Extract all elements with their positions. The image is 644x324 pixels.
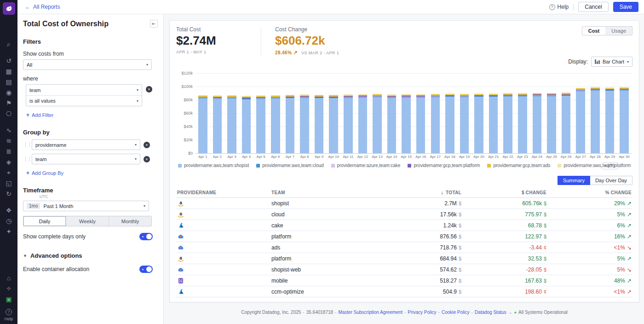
- bar[interactable]: [530, 73, 545, 153]
- legend-item[interactable]: providername:aws,team:shopist: [178, 163, 249, 168]
- help-link[interactable]: ? Help: [549, 4, 569, 10]
- dashboards-icon[interactable]: ▦: [0, 66, 17, 76]
- bar[interactable]: [312, 73, 327, 153]
- bar[interactable]: [457, 73, 472, 153]
- container-allocation-toggle[interactable]: [139, 266, 153, 273]
- column-header[interactable]: PROVIDERNAME: [176, 188, 270, 198]
- table-row[interactable]: mobile518.27$167.63$48%↗: [176, 275, 632, 286]
- bar[interactable]: [224, 73, 239, 153]
- bar[interactable]: [559, 73, 574, 153]
- footer-link[interactable]: Master Subscription Agreement: [338, 310, 402, 315]
- bar[interactable]: [399, 73, 414, 153]
- table-row[interactable]: platform876.56$122.97$16%↗: [176, 231, 632, 242]
- synthetics-icon[interactable]: ⌖: [0, 167, 17, 178]
- cancel-button[interactable]: Cancel: [578, 2, 608, 12]
- drag-handle-icon[interactable]: ⋮⋮: [23, 156, 29, 162]
- bar[interactable]: [414, 73, 428, 153]
- organization-icon[interactable]: ⌂: [0, 272, 17, 283]
- chart-type-select[interactable]: Bar Chart ▾: [591, 57, 632, 67]
- bar[interactable]: [573, 73, 588, 153]
- bar[interactable]: [443, 73, 457, 153]
- bar[interactable]: [617, 73, 632, 153]
- filter-field-select[interactable]: team ▾: [26, 85, 142, 95]
- datadog-logo-icon[interactable]: [3, 2, 15, 15]
- footer-link[interactable]: Privacy Policy: [408, 310, 436, 315]
- bar[interactable]: [428, 73, 443, 153]
- footer-link[interactable]: Datadog Status →: [475, 310, 512, 315]
- security-icon[interactable]: ◈: [0, 156, 17, 167]
- bar[interactable]: [544, 73, 559, 153]
- bar[interactable]: [326, 73, 341, 153]
- bar[interactable]: [370, 73, 385, 153]
- view-toggle-option[interactable]: Cost: [582, 27, 605, 35]
- table-row[interactable]: ashopist2.7M$605.76k$29%↗: [176, 198, 632, 209]
- timeframe-select[interactable]: 1mo Past 1 Month ▾: [23, 201, 149, 211]
- whats-new-icon[interactable]: ✧: [0, 283, 17, 294]
- bits-ai-icon[interactable]: ▣: [0, 294, 17, 304]
- bar[interactable]: [253, 73, 268, 153]
- search-icon[interactable]: ⌕: [0, 39, 17, 49]
- table-row[interactable]: ads718.76$-3.44¢<1%↘: [176, 242, 632, 253]
- bar[interactable]: [297, 73, 312, 153]
- bar[interactable]: [268, 73, 283, 153]
- timeframe-tab-option[interactable]: Daily: [23, 216, 66, 226]
- watchdog-icon[interactable]: ◉: [0, 87, 17, 98]
- legend-item[interactable]: providername:azure,team:cake: [331, 163, 401, 168]
- table-row[interactable]: ccm-optimize504.9$198.60¢<1%↗: [176, 286, 632, 297]
- infrastructure-icon[interactable]: ⎔: [0, 108, 17, 119]
- apm-icon[interactable]: ≋: [0, 135, 17, 146]
- alerts-icon[interactable]: ⚑: [0, 98, 17, 108]
- bar[interactable]: [603, 73, 617, 153]
- table-row[interactable]: cake1.24k$68.78$6%↗: [176, 220, 632, 231]
- rum-icon[interactable]: ◱: [0, 178, 17, 188]
- bar[interactable]: [515, 73, 530, 153]
- column-header[interactable]: % CHANGE: [547, 188, 632, 198]
- bar[interactable]: [341, 73, 356, 153]
- bar[interactable]: [196, 73, 210, 153]
- legend-item[interactable]: providername:gcp,team:platform: [408, 163, 480, 168]
- column-header[interactable]: $ CHANGE: [462, 188, 547, 198]
- service-catalog-icon[interactable]: ❖: [0, 205, 17, 215]
- collapse-panel-icon[interactable]: ⇤: [150, 20, 158, 28]
- workflows-icon[interactable]: ◷: [0, 215, 17, 226]
- group-by-select[interactable]: team▾: [32, 154, 140, 164]
- complete-days-toggle[interactable]: [139, 233, 153, 240]
- ci-cd-icon[interactable]: ↻: [0, 188, 17, 199]
- bar[interactable]: [500, 73, 515, 153]
- sort-descending-icon[interactable]: ↓: [441, 190, 443, 195]
- timeframe-tab-option[interactable]: Monthly: [109, 216, 151, 226]
- filter-operator-select[interactable]: is all values ▾: [26, 95, 142, 106]
- table-row[interactable]: aplatform684.94$32.53$5%↗: [176, 253, 632, 264]
- remove-filter-icon[interactable]: ×: [146, 86, 152, 93]
- history-icon[interactable]: ↺: [0, 55, 17, 66]
- costs-from-select[interactable]: All ▾: [23, 59, 152, 70]
- view-toggle-option[interactable]: Usage: [605, 27, 632, 35]
- legend-item[interactable]: providername:gcp,team:ads: [487, 163, 550, 168]
- add-group-by-button[interactable]: + Add Group By: [26, 170, 63, 176]
- bar[interactable]: [356, 73, 370, 153]
- legend-overflow-badge[interactable]: +379: [600, 162, 620, 169]
- notebooks-icon[interactable]: ▤: [0, 76, 17, 87]
- bar[interactable]: [472, 73, 486, 153]
- bar[interactable]: [283, 73, 298, 153]
- bar[interactable]: [239, 73, 254, 153]
- save-button[interactable]: Save: [613, 2, 638, 12]
- table-view-option[interactable]: Day Over Day: [590, 176, 632, 185]
- bar[interactable]: [385, 73, 399, 153]
- timeframe-tab-option[interactable]: Weekly: [66, 216, 109, 226]
- table-row[interactable]: acloud17.56k$775.97$5%↗: [176, 209, 632, 220]
- drag-handle-icon[interactable]: ⋮⋮: [23, 142, 29, 148]
- bar[interactable]: [210, 73, 225, 153]
- sidebar-help[interactable]: ? Help: [5, 309, 13, 321]
- group-by-select[interactable]: providername▾: [32, 139, 140, 150]
- bar[interactable]: [486, 73, 501, 153]
- legend-item[interactable]: providername:aws,team:cloud: [256, 163, 323, 168]
- add-filter-button[interactable]: + Add Filter: [26, 112, 53, 118]
- advanced-options-toggle[interactable]: ▼ Advanced options: [23, 252, 158, 259]
- logs-icon[interactable]: ≣: [0, 146, 17, 156]
- legend-item[interactable]: providername:aws,team:platform: [558, 163, 631, 168]
- remove-group-by-icon[interactable]: ×: [144, 156, 150, 162]
- remove-group-by-icon[interactable]: ×: [144, 142, 150, 148]
- footer-link[interactable]: Cookie Policy: [442, 310, 470, 315]
- column-header[interactable]: ↓TOTAL: [377, 188, 462, 198]
